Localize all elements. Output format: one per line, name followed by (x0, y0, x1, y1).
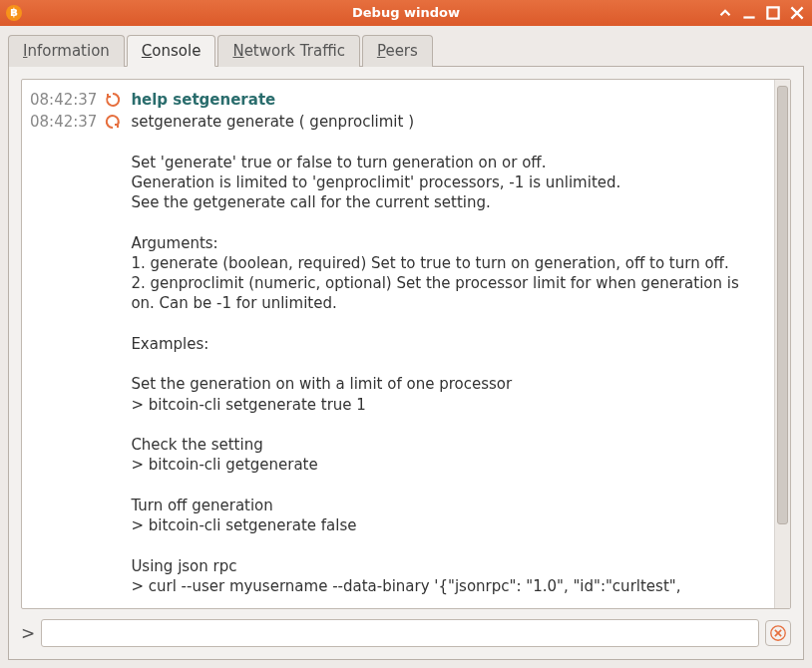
console-panel: 08:42:37help setgenerate08:42:37setgener… (8, 67, 804, 660)
prompt-label: > (21, 623, 35, 643)
titlebar: ฿ Debug window (0, 0, 812, 26)
app-icon: ฿ (6, 5, 22, 21)
restore-up-icon[interactable] (716, 4, 734, 22)
tab-label-mnemonic: C (142, 42, 152, 60)
console-command-entry: 08:42:37help setgenerate (30, 90, 766, 110)
tab-label-post: onsole (152, 42, 201, 60)
console-output[interactable]: 08:42:37help setgenerate08:42:37setgener… (22, 80, 774, 608)
tab-information[interactable]: Information (8, 35, 125, 67)
tab-bar: InformationConsoleNetwork TrafficPeers (8, 34, 804, 67)
scroll-thumb[interactable] (777, 86, 788, 524)
scrollbar[interactable] (774, 80, 790, 608)
maximize-button[interactable] (764, 4, 782, 22)
console-input-row: > (21, 619, 791, 647)
svg-rect-0 (743, 16, 754, 18)
svg-rect-1 (767, 7, 778, 18)
tab-label-post: nformation (27, 42, 109, 60)
reply-received-icon (105, 112, 123, 596)
timestamp: 08:42:37 (30, 112, 97, 596)
window-title: Debug window (0, 5, 812, 20)
tab-label-post: etwork Traffic (244, 42, 345, 60)
tab-console[interactable]: Console (127, 35, 216, 67)
clear-button[interactable] (765, 620, 791, 646)
command-text: help setgenerate (131, 90, 766, 110)
tab-peers[interactable]: Peers (362, 35, 433, 67)
output-text: setgenerate generate ( genproclimit ) Se… (131, 112, 766, 596)
app-icon-glyph: ฿ (10, 6, 18, 19)
tab-label-mnemonic: N (232, 42, 243, 60)
content-area: InformationConsoleNetwork TrafficPeers 0… (0, 26, 812, 668)
command-sent-icon (105, 90, 123, 110)
console-output-container: 08:42:37help setgenerate08:42:37setgener… (21, 79, 791, 609)
tab-label-post: eers (385, 42, 417, 60)
window-controls (716, 4, 806, 22)
minimize-button[interactable] (740, 4, 758, 22)
console-output-entry: 08:42:37setgenerate generate ( genprocli… (30, 112, 766, 596)
close-button[interactable] (788, 4, 806, 22)
console-input[interactable] (41, 619, 759, 647)
tab-network-traffic[interactable]: Network Traffic (217, 35, 359, 67)
timestamp: 08:42:37 (30, 90, 97, 110)
